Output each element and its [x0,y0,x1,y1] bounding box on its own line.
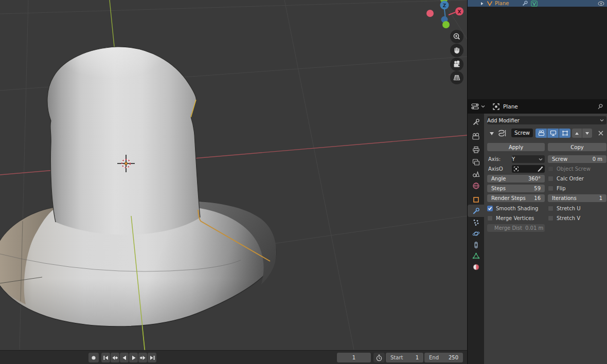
axis-dropdown[interactable]: Y [512,155,545,163]
current-frame-field[interactable]: 1 [337,353,371,362]
record-icon [91,355,96,360]
modifier-expand-triangle[interactable] [489,131,494,136]
smooth-shading-checkbox[interactable] [487,206,493,211]
screw-offset-label: Screw [548,156,567,162]
apply-button[interactable]: Apply [487,143,545,151]
properties-header: Plane [468,99,607,114]
timeline-bar[interactable]: 1 Start 1 End 250 [0,350,467,364]
screw-offset-field[interactable]: Screw 0 m [548,155,606,163]
move-modifier-down-button[interactable] [582,129,592,138]
disclosure-triangle-icon[interactable] [480,2,484,6]
play-icon [131,355,136,360]
outliner-row-plane[interactable]: Plane [468,0,607,7]
angle-value: 360° [528,176,545,181]
editor-type-selector[interactable] [471,102,485,111]
gizmo-z-negative-ball[interactable] [442,21,450,28]
3d-viewport[interactable]: Z X [0,0,467,350]
calc-order-checkbox-row[interactable]: Calc Order [548,175,584,183]
tab-physics[interactable] [468,228,484,239]
toggle-viewport-display-button[interactable] [547,129,559,138]
outliner-panel[interactable]: Plane [468,0,607,99]
remove-modifier-button[interactable] [598,130,604,136]
stretch-u-checkbox[interactable] [548,206,554,211]
tool-icon [472,118,480,126]
tab-object[interactable] [468,194,484,205]
angle-label: Angle [487,176,506,181]
zoom-button[interactable] [450,30,463,43]
render-steps-value: 16 [534,195,545,201]
render-steps-label: Render Steps [487,195,526,201]
steps-slider[interactable]: Steps 59 [487,185,545,192]
tab-constraints[interactable] [468,239,484,250]
flip-checkbox-row[interactable]: Flip [548,185,566,192]
use-preview-range-button[interactable] [373,353,385,362]
jump-to-start-icon [103,355,109,360]
camera-view-button[interactable] [450,58,463,71]
tab-particles[interactable] [468,216,484,228]
screw-offset-value: 0 m [593,156,606,162]
angle-slider[interactable]: Angle 360° [487,175,545,183]
toggle-render-button[interactable] [535,129,547,138]
play-button[interactable] [129,353,138,362]
outliner-object-name[interactable]: Plane [495,0,509,7]
eyedropper-icon[interactable] [537,166,543,172]
tab-tool[interactable] [468,116,484,128]
object-origin-dot [124,162,127,165]
previous-keyframe-button[interactable] [111,353,119,362]
breadcrumb-object-name[interactable]: Plane [503,103,518,110]
right-panel: Plane [467,0,607,364]
gizmo-x-negative-ball[interactable] [426,10,434,17]
orthographic-grid-button[interactable] [450,71,463,84]
merge-vertices-checkbox[interactable] [487,215,493,221]
modifiers-icon [472,207,480,215]
merge-vertices-checkbox-row[interactable]: Merge Vertices [487,214,534,222]
add-modifier-dropdown[interactable]: Add Modifier [487,116,606,124]
stretch-v-checkbox[interactable] [548,215,554,221]
add-modifier-label: Add Modifier [487,118,520,123]
flip-checkbox[interactable] [548,186,554,191]
pin-icon[interactable] [597,103,603,110]
object-screw-checkbox[interactable] [548,166,554,172]
iterations-slider[interactable]: Iterations 1 [548,194,606,202]
jump-to-start-button[interactable] [101,353,110,362]
axis-object-label: AxisO [488,165,503,173]
calc-order-checkbox[interactable] [548,176,554,181]
axis-object-field[interactable] [512,165,545,173]
visibility-eye-icon[interactable] [598,1,604,6]
tab-view-layer[interactable] [468,156,484,168]
stretch-u-checkbox-row[interactable]: Stretch U [548,205,581,212]
flip-label: Flip [557,186,566,191]
merge-distance-field[interactable]: Merge Dist 0.01 m [487,224,545,232]
object-icon [472,196,480,204]
smooth-shading-checkbox-row[interactable]: Smooth Shading [487,205,538,212]
object-picker-icon [513,166,519,172]
orthographic-grid-icon [453,74,461,82]
modifier-reorder-buttons [572,129,592,138]
jump-to-end-button[interactable] [148,353,156,362]
tab-object-data[interactable] [468,250,484,261]
play-reverse-button[interactable] [120,353,129,362]
frame-start-field[interactable]: Start 1 [386,353,423,362]
modifier-name-field[interactable]: Screw [511,129,533,137]
tab-material[interactable] [468,261,484,272]
tab-render[interactable] [468,131,484,142]
pan-button[interactable] [450,44,463,57]
tab-modifiers[interactable] [468,205,484,217]
next-keyframe-button[interactable] [138,353,147,362]
move-modifier-up-button[interactable] [572,129,582,138]
tab-output[interactable] [468,144,484,155]
merge-vertices-label: Merge Vertices [496,215,534,221]
frame-end-value: 250 [449,355,463,360]
stretch-v-checkbox-row[interactable]: Stretch V [548,214,580,222]
render-steps-slider[interactable]: Render Steps 16 [487,194,545,202]
frame-end-field[interactable]: End 250 [424,353,463,362]
modifier-wrench-icon[interactable] [522,1,528,6]
object-screw-checkbox-row[interactable]: Object Screw [548,165,591,173]
auto-keying-record-button[interactable] [88,353,99,362]
tab-scene[interactable] [468,168,484,179]
toggle-edit-mode-button[interactable] [559,129,570,138]
navigation-gizmo[interactable]: Z X [423,0,467,30]
mesh-data-icon[interactable] [531,1,538,7]
tab-world[interactable] [468,180,484,191]
copy-button[interactable]: Copy [548,143,606,151]
